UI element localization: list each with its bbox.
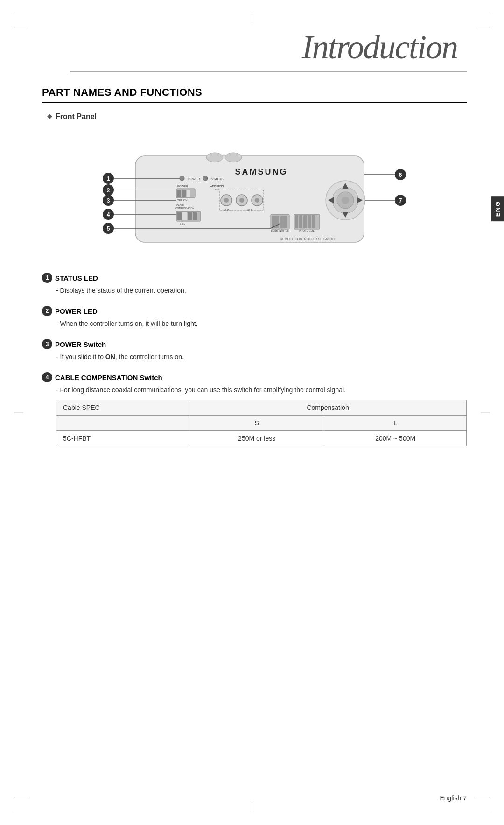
svg-point-4 <box>180 176 184 181</box>
table-row: 5C-HFBT 250M or less 200M ~ 500M <box>56 431 467 446</box>
badge-2: 2 <box>42 306 52 316</box>
corner-mark-bl <box>14 797 28 811</box>
svg-rect-50 <box>312 215 315 228</box>
svg-text:POWER: POWER <box>177 185 188 188</box>
svg-text:4: 4 <box>107 212 110 218</box>
svg-text:1: 1 <box>107 176 110 182</box>
svg-text:COMPENSATION: COMPENSATION <box>175 207 195 210</box>
svg-rect-31 <box>193 212 197 220</box>
svg-text:REMOTE CONTROLLER SCX-RD100: REMOTE CONTROLLER SCX-RD100 <box>280 237 336 240</box>
svg-text:2: 2 <box>107 187 110 194</box>
desc-title-4: 4 CABLE COMPENSATION Switch <box>42 372 467 382</box>
svg-rect-10 <box>177 190 181 197</box>
svg-point-36 <box>342 197 349 204</box>
svg-text:TERMINATION: TERMINATION <box>271 229 290 232</box>
table-cell-spec: 5C-HFBT <box>56 431 189 446</box>
badge-1: 1 <box>42 273 52 283</box>
compensation-table: Cable SPEC Compensation S L 5C-HFBT 250M… <box>56 400 467 446</box>
svg-text:3: 3 <box>107 197 110 204</box>
svg-text:STATUS: STATUS <box>211 177 224 181</box>
device-illustration: SAMSUNG POWER STATUS POWER OFF ON ADDRES… <box>79 128 429 259</box>
svg-rect-28 <box>177 212 182 220</box>
desc-status-led: 1 STATUS LED - Displays the status of th… <box>42 273 467 296</box>
svg-text:5: 5 <box>107 226 110 232</box>
desc-text-3: - If you slide it to ON, the controller … <box>42 352 467 362</box>
svg-rect-48 <box>303 215 307 228</box>
svg-text:OFF  ON: OFF ON <box>177 199 188 202</box>
svg-text:00100: 00100 <box>214 188 220 191</box>
svg-rect-30 <box>188 212 192 220</box>
desc-power-switch: 3 POWER Switch - If you slide it to ON, … <box>42 339 467 362</box>
svg-rect-12 <box>187 190 190 197</box>
corner-mark-br <box>476 797 490 811</box>
desc-title-1: 1 STATUS LED <box>42 273 467 283</box>
svg-rect-49 <box>308 215 311 228</box>
svg-text:7: 7 <box>399 197 402 204</box>
desc-text-1: - Displays the status of the current ope… <box>42 286 467 296</box>
desc-text-4: - For long distance coaxial communicatio… <box>42 385 467 395</box>
title-divider <box>70 71 467 72</box>
svg-rect-43 <box>280 216 287 228</box>
svg-rect-46 <box>295 215 298 228</box>
svg-text:00.15: 00.15 <box>224 209 230 212</box>
svg-text:ADDRESS: ADDRESS <box>210 185 224 188</box>
svg-point-17 <box>224 198 229 203</box>
svg-text:S   J  L: S J L <box>180 222 185 225</box>
svg-point-3 <box>225 153 242 162</box>
language-tab: ENG <box>491 196 504 221</box>
table-subheader-l: L <box>324 416 467 431</box>
table-cell-l: 200M ~ 500M <box>324 431 467 446</box>
svg-text:SAMSUNG: SAMSUNG <box>235 167 287 176</box>
page-title: Introduction <box>42 28 467 67</box>
table-header-spec: Cable SPEC <box>56 400 189 416</box>
desc-power-led: 2 POWER LED - When the controller turns … <box>42 306 467 329</box>
svg-text:6: 6 <box>399 172 402 178</box>
badge-4: 4 <box>42 372 52 382</box>
table-cell-s: 250M or less <box>189 431 324 446</box>
desc-title-3: 3 POWER Switch <box>42 339 467 349</box>
table-subheader-empty <box>56 416 189 431</box>
svg-point-2 <box>206 153 223 162</box>
svg-text:06.1: 06.1 <box>247 209 252 212</box>
svg-rect-11 <box>182 190 186 197</box>
svg-text:PROTOCOL: PROTOCOL <box>299 229 315 232</box>
svg-rect-29 <box>182 212 187 220</box>
svg-point-21 <box>255 198 259 203</box>
desc-text-2: - When the controller turns on, it will … <box>42 319 467 329</box>
table-header-compensation: Compensation <box>189 400 467 416</box>
desc-title-2: 2 POWER LED <box>42 306 467 316</box>
svg-text:POWER: POWER <box>188 177 200 181</box>
page-mark-bottom <box>252 802 252 811</box>
svg-rect-47 <box>299 215 302 228</box>
desc-cable-comp: 4 CABLE COMPENSATION Switch - For long d… <box>42 372 467 446</box>
svg-point-19 <box>239 198 244 203</box>
page-footer: English 7 <box>440 794 467 802</box>
section-heading: PART NAMES AND FUNCTIONS <box>42 86 467 103</box>
table-subheader-s: S <box>189 416 324 431</box>
sub-heading-front-panel: Front Panel <box>47 113 467 121</box>
badge-3: 3 <box>42 339 52 349</box>
svg-point-6 <box>203 176 208 181</box>
